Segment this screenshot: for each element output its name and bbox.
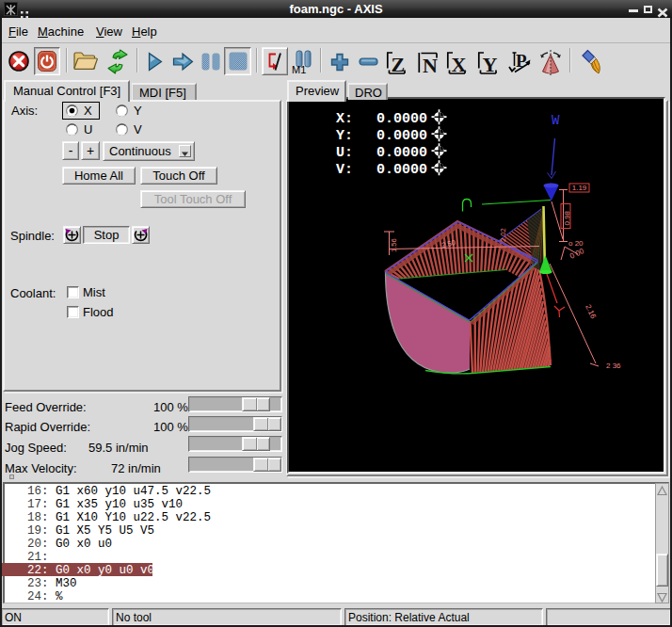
svg-text:Y: Y — [483, 53, 498, 75]
svg-text:N: N — [423, 54, 438, 75]
svg-text:M1: M1 — [292, 64, 306, 74]
svg-text:Z: Z — [392, 53, 406, 75]
svg-text:X: X — [452, 53, 467, 75]
